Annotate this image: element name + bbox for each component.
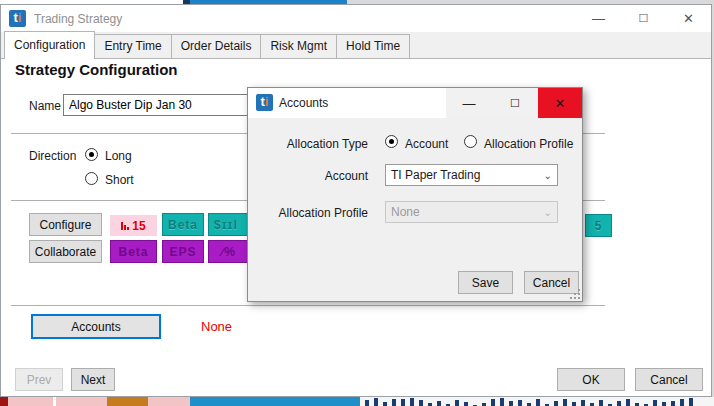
collaborate-button[interactable]: Collaborate [29,240,102,263]
direction-label: Direction [29,149,76,163]
tab-configuration[interactable]: Configuration [4,31,95,59]
window-title: Trading Strategy [34,12,122,26]
maximize-icon[interactable]: ☐ [621,5,666,32]
dialog-maximize-icon[interactable]: ☐ [492,88,538,118]
direction-short-label: Short [105,173,134,187]
chevron-down-icon: ⌄ [544,207,552,218]
table-cell [190,397,360,406]
indicator-badge-5[interactable]: 5 [585,214,612,237]
app-logo-icon: ti [256,94,273,111]
app-logo-icon: ti [9,10,26,27]
indicator-badge-percent[interactable]: ∕% [208,240,249,263]
name-label: Name [29,99,61,113]
direction-short-radio[interactable] [85,172,98,185]
allocation-type-account-label: Account [405,137,448,151]
volume-histogram [365,397,714,406]
tab-hold-time[interactable]: Hold Time [336,34,410,58]
account-label: Account [248,169,368,183]
ok-button[interactable]: OK [557,368,625,391]
cancel-button[interactable]: Cancel [635,368,703,391]
background-app-strip [0,397,714,406]
minimize-icon[interactable]: — [576,5,621,32]
indicator-badge-beta-teal[interactable]: Beta [162,213,204,236]
tab-order-details[interactable]: Order Details [171,34,262,58]
resize-grip[interactable] [571,290,580,299]
accounts-dialog: ti Accounts — ☐ ✕ Allocation Type Accoun… [247,87,583,302]
indicator-badge-chart15[interactable]: 15 [110,215,157,236]
table-cell [0,397,8,406]
close-icon[interactable]: ✕ [666,5,711,32]
indicator-badge-dollar[interactable]: $ɪɪl [208,213,249,236]
accounts-button[interactable]: Accounts [31,314,161,339]
indicator-badge-beta-purple[interactable]: Beta [110,240,157,263]
bar-chart-icon [121,222,129,230]
dialog-minimize-icon[interactable]: — [446,88,492,118]
accounts-status-badge: None [201,319,232,334]
next-button[interactable]: Next [71,368,115,391]
allocation-type-account-radio[interactable] [385,135,398,148]
allocation-profile-label: Allocation Profile [248,206,368,220]
direction-long-label: Long [105,149,132,163]
page-title: Strategy Configuration [15,61,178,78]
chevron-down-icon: ⌄ [544,170,552,181]
allocation-type-label: Allocation Type [248,137,368,151]
configure-button[interactable]: Configure [29,213,102,236]
table-cell [8,397,53,406]
dialog-close-icon[interactable]: ✕ [538,88,582,118]
account-select[interactable]: TI Paper Trading ⌄ [385,164,558,186]
save-button[interactable]: Save [458,271,513,294]
table-cell [107,397,148,406]
tab-risk-mgmt[interactable]: Risk Mgmt [260,34,337,58]
dialog-titlebar: ti Accounts — ☐ ✕ [248,88,582,118]
prev-button[interactable]: Prev [15,368,63,391]
separator [11,305,605,306]
tab-strip: Configuration Entry Time Order Details R… [1,32,711,59]
direction-long-radio[interactable] [85,148,98,161]
window-titlebar: ti Trading Strategy — ☐ ✕ [1,5,711,32]
tab-entry-time[interactable]: Entry Time [94,34,171,58]
allocation-type-profile-label: Allocation Profile [484,137,573,151]
allocation-profile-select: None ⌄ [385,201,558,223]
indicator-badge-eps[interactable]: EPS [162,240,204,263]
allocation-type-profile-radio[interactable] [464,135,477,148]
table-cell [148,397,190,406]
dialog-title: Accounts [279,96,328,110]
table-cell [56,397,107,406]
